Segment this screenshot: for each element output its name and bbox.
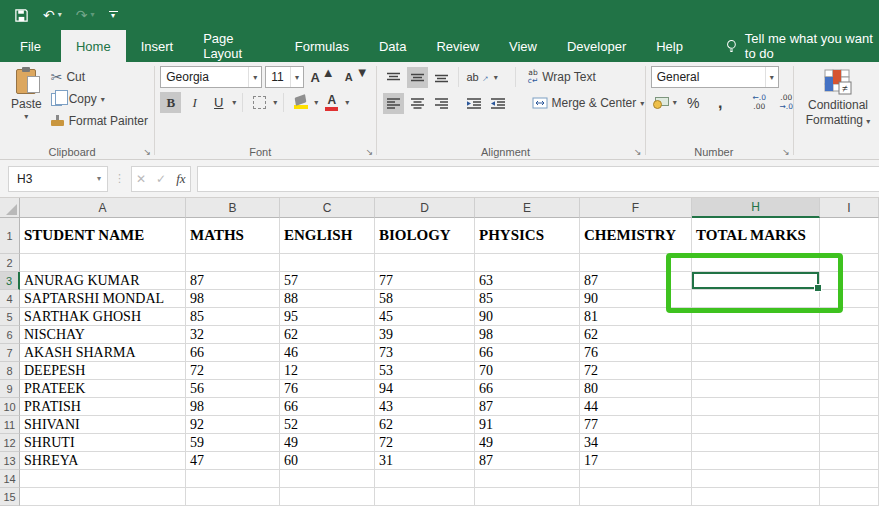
conditional-formatting-button[interactable]: ≠ ConditionalFormatting ▾ [799,66,877,128]
undo-button[interactable]: ↶▾ [43,8,62,22]
column-header-I[interactable]: I [820,198,879,218]
orientation-button[interactable]: ab → [465,67,491,88]
font-size-dropdown-icon[interactable]: ▾ [290,67,303,87]
cell-H1[interactable]: TOTAL MARKS [692,218,820,254]
cell-F14[interactable] [580,470,692,488]
format-painter-button[interactable]: Format Painter [49,110,150,132]
number-format-combo[interactable]: General ▾ [651,66,779,88]
cell-A10[interactable]: PRATISH [20,398,186,416]
cell-E6[interactable]: 98 [475,326,580,344]
cell-D7[interactable]: 73 [375,344,475,362]
cell-I10[interactable] [820,398,879,416]
cell-A9[interactable]: PRATEEK [20,380,186,398]
tab-page-layout[interactable]: Page Layout [188,30,280,62]
cell-D11[interactable]: 62 [375,416,475,434]
cell-H5[interactable] [692,308,820,326]
cell-C11[interactable]: 52 [280,416,375,434]
cell-E9[interactable]: 66 [475,380,580,398]
cell-F13[interactable]: 17 [580,452,692,470]
column-header-F[interactable]: F [580,198,692,218]
copy-button[interactable]: Copy ▾ [49,88,150,110]
cell-H14[interactable] [692,470,820,488]
cell-A2[interactable] [20,254,186,272]
cell-A6[interactable]: NISCHAY [20,326,186,344]
fill-color-dropdown-icon[interactable]: ▾ [314,98,318,107]
cell-B1[interactable]: MATHS [186,218,280,254]
underline-dropdown-icon[interactable]: ▾ [232,98,236,107]
grow-font-button[interactable]: A▲ [307,67,338,88]
cell-I11[interactable] [820,416,879,434]
cell-A13[interactable]: SHREYA [20,452,186,470]
cell-C3[interactable]: 57 [280,272,375,290]
tab-file[interactable]: File [0,30,61,62]
cell-E4[interactable]: 85 [475,290,580,308]
increase-indent-button[interactable] [488,93,509,114]
accounting-dropdown-icon[interactable]: ▾ [673,98,677,107]
cell-C8[interactable]: 12 [280,362,375,380]
cell-C10[interactable]: 66 [280,398,375,416]
wrap-text-button[interactable]: abc↵ Wrap Text [526,66,598,88]
tab-review[interactable]: Review [421,30,494,62]
redo-button[interactable]: ↷▾ [76,8,95,22]
cell-E3[interactable]: 63 [475,272,580,290]
column-header-H[interactable]: H [692,198,820,218]
tab-home[interactable]: Home [61,30,126,62]
cell-B9[interactable]: 56 [186,380,280,398]
cell-B13[interactable]: 47 [186,452,280,470]
cell-F9[interactable]: 80 [580,380,692,398]
cell-F10[interactable]: 44 [580,398,692,416]
customize-qat-button[interactable]: ▾ [109,11,118,19]
cell-A11[interactable]: SHIVANI [20,416,186,434]
cell-C15[interactable] [280,488,375,506]
bold-button[interactable]: B [160,92,181,113]
cell-B15[interactable] [186,488,280,506]
cell-E1[interactable]: PHYSICS [475,218,580,254]
merge-center-button[interactable]: Merge & Center ▾ [530,92,647,114]
cell-I13[interactable] [820,452,879,470]
name-box-dropdown-icon[interactable]: ▾ [97,174,107,183]
cell-I15[interactable] [820,488,879,506]
cell-D5[interactable]: 45 [375,308,475,326]
cell-B4[interactable]: 98 [186,290,280,308]
align-right-button[interactable] [431,93,452,114]
number-format-dropdown-icon[interactable]: ▾ [765,67,778,87]
cell-B6[interactable]: 32 [186,326,280,344]
cell-H4[interactable] [692,290,820,308]
tab-formulas[interactable]: Formulas [280,30,364,62]
cell-I4[interactable] [820,290,879,308]
cell-F1[interactable]: CHEMISTRY [580,218,692,254]
tab-view[interactable]: View [494,30,552,62]
row-header-14[interactable]: 14 [0,470,20,488]
cell-A7[interactable]: AKASH SHARMA [20,344,186,362]
accounting-format-button[interactable] [651,92,672,113]
column-header-E[interactable]: E [475,198,580,218]
cell-I7[interactable] [820,344,879,362]
cell-B2[interactable] [186,254,280,272]
cell-F5[interactable]: 81 [580,308,692,326]
cell-I5[interactable] [820,308,879,326]
formula-input[interactable] [197,166,879,192]
cell-E15[interactable] [475,488,580,506]
cell-H7[interactable] [692,344,820,362]
column-header-A[interactable]: A [20,198,186,218]
tab-insert[interactable]: Insert [126,30,189,62]
middle-align-button[interactable] [407,67,428,88]
fill-color-button[interactable] [290,92,311,113]
cell-F11[interactable]: 77 [580,416,692,434]
orientation-dropdown-icon[interactable]: ▾ [494,73,498,82]
cell-B10[interactable]: 98 [186,398,280,416]
cell-B7[interactable]: 66 [186,344,280,362]
cell-H13[interactable] [692,452,820,470]
row-header-5[interactable]: 5 [0,308,20,326]
row-header-11[interactable]: 11 [0,416,20,434]
cell-D3[interactable]: 77 [375,272,475,290]
cell-E11[interactable]: 91 [475,416,580,434]
font-color-dropdown-icon[interactable]: ▾ [345,98,349,107]
row-header-8[interactable]: 8 [0,362,20,380]
font-size-combo[interactable]: 11 ▾ [265,66,304,88]
top-align-button[interactable] [383,67,404,88]
row-header-12[interactable]: 12 [0,434,20,452]
row-header-7[interactable]: 7 [0,344,20,362]
cell-C4[interactable]: 88 [280,290,375,308]
cell-A15[interactable] [20,488,186,506]
